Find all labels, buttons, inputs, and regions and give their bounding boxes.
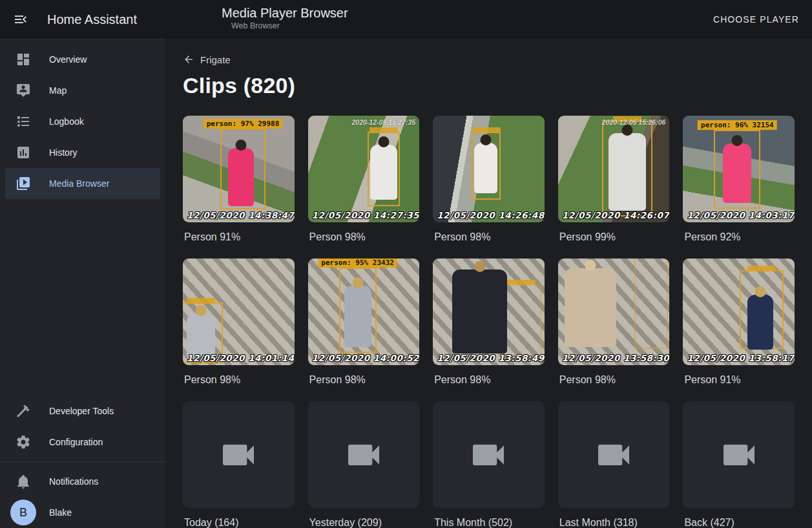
sidebar-toggle-icon[interactable]: [8, 6, 34, 32]
sidebar-item-profile[interactable]: B Blake: [5, 497, 160, 528]
clip-thumbnail: 2020-12-05 15:27:35 12/05/2020 14:27:35: [308, 116, 420, 222]
clip-card[interactable]: 12/05/2020 13:58:49 Person 98%: [433, 259, 545, 401]
clip-thumbnail: person: 95% 23432 12/05/2020 14:00:52: [308, 259, 420, 365]
video-camera-icon: [718, 434, 760, 476]
detection-label: [472, 127, 501, 132]
sidebar-item-configuration[interactable]: Configuration: [5, 427, 160, 458]
detection-label: [747, 266, 776, 270]
sidebar-item-label: Developer Tools: [49, 406, 114, 416]
clip-card[interactable]: 12/05/2020 14:01:14 Person 98%: [183, 259, 295, 401]
folder-card[interactable]: Last Month (318): [558, 401, 670, 528]
clip-caption: Person 98%: [559, 372, 670, 388]
sidebar-spacer: [0, 199, 165, 396]
clip-card[interactable]: 12/05/2020 13:58:17 Person 91%: [683, 259, 795, 401]
folder-caption: This Month (502): [434, 515, 545, 528]
clip-timestamp-overlay: 12/05/2020 14:01:14: [187, 353, 294, 363]
clips-grid: person: 97% 29988 12/05/2020 14:38:47 Pe…: [183, 116, 795, 401]
video-camera-icon: [593, 434, 634, 476]
clip-thumbnail: person: 96% 32154 12/05/2020 14:03:17: [683, 116, 795, 222]
sidebar-item-overview[interactable]: Overview: [5, 44, 160, 75]
sidebar-header: Home Assistant: [0, 6, 165, 32]
person-figure: [565, 268, 616, 347]
breadcrumb-label: Frigate: [200, 54, 231, 65]
detection-label: [187, 298, 215, 302]
detection-label: [370, 127, 398, 132]
bell-icon: [16, 474, 31, 489]
clip-card[interactable]: person: 96% 32154 12/05/2020 14:03:17 Pe…: [683, 116, 795, 259]
clip-caption: Person 91%: [184, 229, 295, 245]
clip-thumbnail: 12/05/2020 13:58:30: [558, 259, 670, 365]
sidebar-item-notifications[interactable]: Notifications: [5, 466, 160, 497]
folder-caption: Back (427): [684, 515, 795, 528]
sidebar-item-logbook[interactable]: Logbook: [5, 106, 160, 137]
sidebar-item-label: Configuration: [49, 437, 103, 447]
clip-timestamp-overlay: 12/05/2020 13:58:30: [562, 353, 669, 363]
clip-card[interactable]: 12/05/2020 13:58:30 Person 98%: [558, 259, 670, 401]
detection-label: person: 97% 29988: [203, 119, 283, 129]
sidebar-item-label: Logbook: [49, 116, 84, 127]
breadcrumb-back[interactable]: Frigate: [183, 54, 231, 65]
detection-label: person: 95% 23432: [318, 259, 397, 268]
detection-label: person: 96% 32154: [698, 120, 777, 130]
folder-card[interactable]: Yesterday (209): [308, 401, 420, 528]
folder-tile: [558, 401, 670, 508]
clip-timestamp-overlay: 12/05/2020 14:00:52: [312, 353, 419, 363]
folder-card[interactable]: This Month (502): [433, 401, 545, 528]
clip-thumbnail: 12/05/2020 13:58:49: [433, 259, 545, 365]
folder-caption: Last Month (318): [559, 515, 670, 528]
clip-caption: Person 98%: [309, 372, 420, 388]
history-chart-icon: [16, 145, 31, 160]
person-figure: [344, 286, 371, 347]
sidebar-item-label: Overview: [49, 54, 87, 65]
page-title: Clips (820): [183, 73, 795, 98]
folders-grid: Today (164) Yesterday (209) This Month (…: [183, 401, 795, 528]
person-figure: [228, 148, 254, 206]
app-title: Home Assistant: [47, 12, 137, 27]
clip-thumbnail: 12/05/2020 14:01:14: [183, 259, 295, 365]
clip-card[interactable]: 2020-12-05 15:27:35 12/05/2020 14:27:35 …: [308, 116, 420, 259]
media-browser-icon: [16, 176, 31, 191]
folder-tile: [433, 401, 545, 508]
clip-caption: Person 98%: [434, 372, 545, 388]
camera-corner-timestamp: 2020-12-05 15:26:06: [602, 118, 666, 126]
video-camera-icon: [468, 434, 509, 476]
view-dashboard-icon: [16, 52, 31, 67]
avatar: B: [10, 500, 36, 525]
sidebar-item-media-browser[interactable]: Media Browser: [5, 168, 160, 199]
clip-timestamp-overlay: 12/05/2020 13:58:49: [437, 353, 544, 363]
clip-caption: Person 98%: [309, 229, 420, 245]
person-figure: [452, 269, 507, 354]
video-camera-icon: [218, 434, 259, 476]
gear-icon: [16, 434, 31, 450]
folder-caption: Yesterday (209): [309, 515, 420, 528]
clip-thumbnail: 2020-12-05 15:26:06 12/05/2020 14:26:07: [558, 116, 670, 222]
logbook-list-icon: [16, 114, 31, 129]
notifications-label: Notifications: [49, 476, 98, 487]
clip-thumbnail: 12/05/2020 14:26:48: [433, 116, 545, 222]
sidebar-item-developer-tools[interactable]: Developer Tools: [5, 396, 160, 427]
sidebar-divider: [0, 461, 165, 462]
sidebar-item-history[interactable]: History: [5, 137, 160, 168]
detection-bounding-box: [501, 284, 541, 357]
choose-player-button[interactable]: CHOOSE PLAYER: [705, 8, 807, 31]
media-browser-content: Frigate Clips (820) person: 97% 29988 12…: [165, 39, 812, 528]
folder-card[interactable]: Back (427): [683, 401, 795, 528]
folder-caption: Today (164): [184, 515, 295, 528]
sidebar-item-map[interactable]: Map: [5, 75, 160, 106]
clip-card[interactable]: 2020-12-05 15:26:06 12/05/2020 14:26:07 …: [558, 116, 670, 259]
map-account-icon: [16, 83, 31, 98]
clip-caption: Person 92%: [684, 229, 795, 245]
app-header: Home Assistant Media Player Browser Web …: [0, 0, 812, 39]
folder-card[interactable]: Today (164): [183, 401, 295, 528]
back-arrow-icon: [183, 54, 194, 65]
clip-timestamp-overlay: 12/05/2020 14:38:47: [187, 210, 294, 220]
video-camera-icon: [343, 434, 384, 476]
detection-label: [507, 280, 536, 284]
clip-card[interactable]: person: 97% 29988 12/05/2020 14:38:47 Pe…: [183, 116, 295, 259]
clip-caption: Person 98%: [184, 372, 295, 388]
clip-card[interactable]: person: 95% 23432 12/05/2020 14:00:52 Pe…: [308, 259, 420, 401]
clip-card[interactable]: 12/05/2020 14:26:48 Person 98%: [433, 116, 545, 259]
detection-bounding-box: [634, 259, 668, 349]
person-figure: [370, 145, 397, 200]
person-figure: [747, 295, 773, 350]
